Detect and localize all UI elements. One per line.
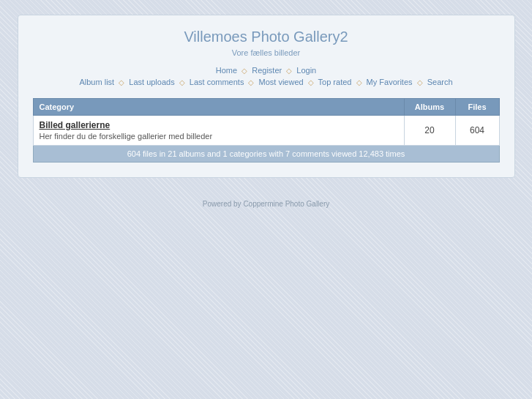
nav-last-comments-link[interactable]: Last comments [190, 78, 244, 86]
nav-top-rated-link[interactable]: Top rated [318, 78, 352, 86]
files-count: 604 [455, 116, 499, 146]
table-footer-text: 604 files in 21 albums and 1 categories … [33, 146, 499, 163]
powered-by-link[interactable]: Coppermine Photo Gallery [243, 200, 329, 208]
header-files: Files [455, 99, 499, 116]
nav-sep-5: ◇ [248, 78, 254, 86]
category-cell: Billed gallerierne Her finder du de fors… [33, 116, 404, 146]
nav-bottom: Album list ◇ Last uploads ◇ Last comment… [33, 78, 500, 86]
header-category: Category [33, 99, 404, 116]
powered-by-text: Powered by [203, 200, 241, 208]
category-name[interactable]: Billed gallerierne [40, 120, 398, 130]
gallery-table: Category Albums Files Billed gallerierne… [33, 98, 500, 163]
albums-count: 20 [404, 116, 455, 146]
table-footer-row: 604 files in 21 albums and 1 categories … [33, 146, 499, 163]
nav-sep-2: ◇ [286, 67, 292, 75]
category-description: Her finder du de forskellige gallerier m… [40, 132, 398, 141]
nav-home-link[interactable]: Home [216, 66, 237, 75]
nav-login-link[interactable]: Login [296, 66, 316, 75]
nav-search-link[interactable]: Search [427, 78, 453, 86]
table-row: Billed gallerierne Her finder du de fors… [33, 116, 499, 146]
site-subtitle: Vore fælles billeder [33, 48, 500, 57]
nav-top: Home ◇ Register ◇ Login [33, 66, 500, 75]
nav-my-favorites-link[interactable]: My Favorites [367, 78, 413, 86]
nav-sep-6: ◇ [308, 78, 314, 86]
header-albums: Albums [404, 99, 455, 116]
nav-most-viewed-link[interactable]: Most viewed [259, 78, 304, 86]
nav-album-list-link[interactable]: Album list [79, 78, 114, 86]
site-title: Villemoes Photo Gallery2 [33, 29, 500, 45]
main-container: Villemoes Photo Gallery2 Vore fælles bil… [18, 15, 515, 178]
nav-register-link[interactable]: Register [252, 66, 282, 75]
table-header-row: Category Albums Files [33, 99, 499, 116]
powered-by: Powered by Coppermine Photo Gallery [203, 200, 329, 208]
nav-sep-7: ◇ [356, 78, 362, 86]
nav-last-uploads-link[interactable]: Last uploads [129, 78, 174, 86]
nav-sep-3: ◇ [119, 78, 124, 86]
nav-sep-4: ◇ [179, 78, 185, 86]
nav-sep-8: ◇ [417, 78, 423, 86]
nav-sep-1: ◇ [241, 67, 247, 75]
